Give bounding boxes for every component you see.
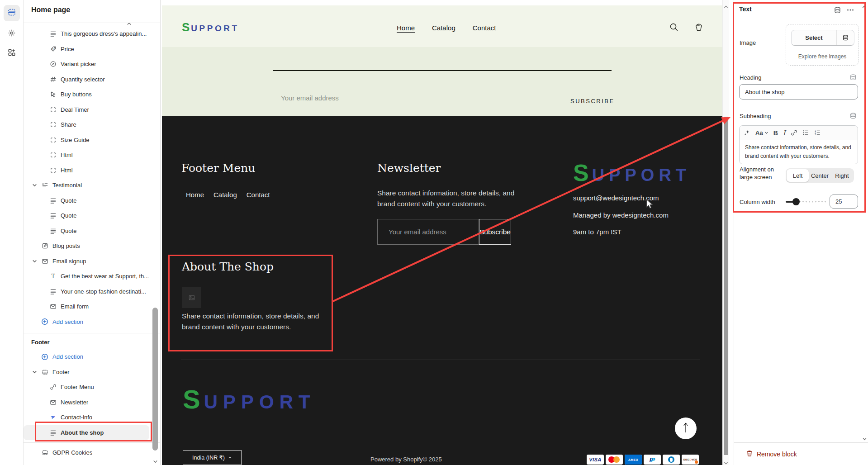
- sidebar-item-blog-posts[interactable]: Blog posts: [24, 238, 160, 254]
- sidebar-item-html[interactable]: Html: [24, 147, 160, 163]
- sidebar-item-footer[interactable]: Footer: [24, 365, 160, 380]
- collapse-chevron-icon[interactable]: [32, 183, 41, 188]
- email-signup-input[interactable]: [281, 94, 417, 102]
- payment-icons: VISAAMEXPPDISCOVER: [587, 455, 699, 465]
- scrollbar-down-icon[interactable]: [724, 459, 728, 465]
- nav-link-catalog[interactable]: Catalog: [432, 24, 455, 32]
- dynamic-source-icon[interactable]: [849, 112, 857, 121]
- preview-scrollbar[interactable]: [722, 0, 729, 465]
- brackets-icon: [49, 106, 57, 113]
- contact-email[interactable]: support@wedesigntech.com: [573, 194, 659, 202]
- sidebar-item-label: Quote: [61, 212, 76, 219]
- richtext-toolbar: Aa B I 123: [740, 126, 858, 140]
- app-embeds-button[interactable]: [4, 45, 20, 62]
- sidebar-item-quantity-selector[interactable]: Quantity selector: [24, 72, 160, 87]
- panel-scroll-up-icon[interactable]: [862, 3, 867, 11]
- sidebar-item-contact-info[interactable]: 'P'Contact-info: [24, 410, 160, 425]
- theme-settings-button[interactable]: [4, 26, 20, 42]
- search-icon[interactable]: [669, 22, 679, 34]
- sidebar-item-get-the-best-wear-at-support-th[interactable]: TGet the best wear at Support, th...: [24, 269, 160, 284]
- sidebar-item-quote[interactable]: Quote: [24, 193, 160, 209]
- sidebar-item-variant-picker[interactable]: Variant picker: [24, 57, 160, 72]
- contact-managed: Managed by wedesigntech.com: [573, 211, 669, 219]
- sidebar-item-size-guide[interactable]: Size Guide: [24, 133, 160, 148]
- heading-input[interactable]: [739, 84, 858, 100]
- overflow-menu-icon[interactable]: [846, 6, 854, 15]
- sidebar-item-newsletter[interactable]: Newsletter: [24, 395, 160, 410]
- nav-link-contact[interactable]: Contact: [473, 24, 496, 32]
- subheading-textarea[interactable]: Share contact information, store details…: [740, 140, 858, 164]
- collapse-chevron-icon[interactable]: [32, 259, 41, 264]
- heading-label: Heading: [740, 74, 761, 81]
- store-logo[interactable]: SUPPORT: [182, 20, 239, 34]
- italic-button[interactable]: I: [783, 129, 786, 137]
- sidebar-item-gdpr-cookies[interactable]: GDPR Cookies: [24, 445, 160, 460]
- alignment-option-center[interactable]: Center: [809, 169, 831, 182]
- sidebar-item-email-signup[interactable]: Email signup: [24, 254, 160, 269]
- image-select-button[interactable]: Select: [791, 30, 854, 46]
- scroll-down-hint-icon[interactable]: [153, 458, 158, 465]
- link-button[interactable]: [791, 129, 797, 136]
- sidebar-item-html[interactable]: Html: [24, 163, 160, 178]
- sidebar-item-label: Your one-stop fashion destinati...: [61, 288, 146, 295]
- sidebar-item-your-one-stop-fashion-destinati[interactable]: Your one-stop fashion destinati...: [24, 284, 160, 299]
- explore-free-images-link[interactable]: Explore free images: [786, 53, 859, 60]
- subscribe-button[interactable]: SUBSCRIBE: [570, 98, 615, 104]
- bullet-list-button[interactable]: [802, 129, 809, 136]
- sidebar-scrollbar-thumb[interactable]: [152, 308, 158, 451]
- numbered-list-button[interactable]: 123: [814, 129, 821, 136]
- sidebar-item-label: GDPR Cookies: [52, 449, 92, 456]
- sidebar-item-quote[interactable]: Quote: [24, 208, 160, 223]
- footer-link-home[interactable]: Home: [186, 191, 204, 199]
- newsletter-email-input[interactable]: [377, 219, 479, 245]
- editor-icon-rail: [0, 0, 24, 465]
- sidebar-item-footer-menu[interactable]: Footer Menu: [24, 380, 160, 395]
- brackets-icon: [49, 136, 57, 143]
- text-style-button[interactable]: Aa: [755, 129, 768, 136]
- currency-selector[interactable]: India (INR ₹): [183, 450, 242, 465]
- sidebar-item-section[interactable]: [24, 460, 160, 465]
- account-icon[interactable]: [693, 22, 704, 34]
- footer-divider: [181, 360, 700, 360]
- dynamic-source-icon[interactable]: [837, 30, 854, 45]
- cursor-icon: [49, 91, 57, 98]
- sidebar-item-about-the-shop[interactable]: About the shop: [24, 425, 149, 441]
- powered-by[interactable]: Powered by Shopify© 2025: [370, 456, 442, 463]
- amex-badge: AMEX: [625, 455, 642, 465]
- sidebar-item-label: Deal Timer: [61, 106, 89, 113]
- bold-button[interactable]: B: [773, 129, 778, 137]
- preview-scrollbar-thumb[interactable]: [724, 117, 728, 455]
- sidebar-item-share[interactable]: Share: [24, 117, 160, 133]
- magic-icon[interactable]: [744, 129, 750, 136]
- remove-block-button[interactable]: Remove block: [746, 450, 797, 458]
- sidebar-item-price[interactable]: $Price: [24, 42, 160, 57]
- nav-link-home[interactable]: Home: [397, 24, 415, 32]
- sidebar-item-quote[interactable]: Quote: [24, 223, 160, 239]
- column-width-input[interactable]: [830, 195, 858, 209]
- sections-tab-button[interactable]: [4, 5, 20, 21]
- dynamic-source-icon[interactable]: [834, 6, 841, 16]
- sidebar-item-label: Get the best wear at Support, th...: [61, 273, 149, 280]
- dynamic-source-icon[interactable]: [849, 74, 857, 83]
- scrollbar-up-icon[interactable]: [724, 2, 728, 10]
- alignment-option-right[interactable]: Right: [831, 169, 853, 182]
- footer-link-contact[interactable]: Contact: [247, 191, 270, 199]
- alignment-option-left[interactable]: Left: [787, 169, 809, 182]
- sidebar-item-this-gorgeous-dress-s-appealin[interactable]: This gorgeous dress's appealin...: [24, 26, 160, 42]
- about-image-placeholder: [182, 287, 201, 308]
- sidebar-item-add-section[interactable]: Add section: [24, 349, 160, 365]
- hash-icon: [49, 76, 57, 83]
- sidebar-item-buy-buttons[interactable]: Buy buttons: [24, 87, 160, 102]
- footer-link-catalog[interactable]: Catalog: [213, 191, 237, 199]
- sidebar-item-testimonial[interactable]: Testimonial: [24, 178, 160, 193]
- sidebar-item-email-form[interactable]: Email form: [24, 299, 160, 314]
- sidebar-item-deal-timer[interactable]: Deal Timer: [24, 102, 160, 118]
- collapse-chevron-icon[interactable]: [32, 370, 41, 375]
- footer-frame-icon: [41, 368, 48, 375]
- newsletter-subscribe-button[interactable]: Subscribe: [479, 219, 511, 245]
- variant-icon: [49, 61, 57, 68]
- footer-logo: SUPPORT: [573, 159, 691, 186]
- slider-knob[interactable]: [792, 198, 800, 205]
- scroll-to-top-button[interactable]: [675, 418, 697, 439]
- sidebar-item-add-section[interactable]: Add section: [24, 314, 160, 330]
